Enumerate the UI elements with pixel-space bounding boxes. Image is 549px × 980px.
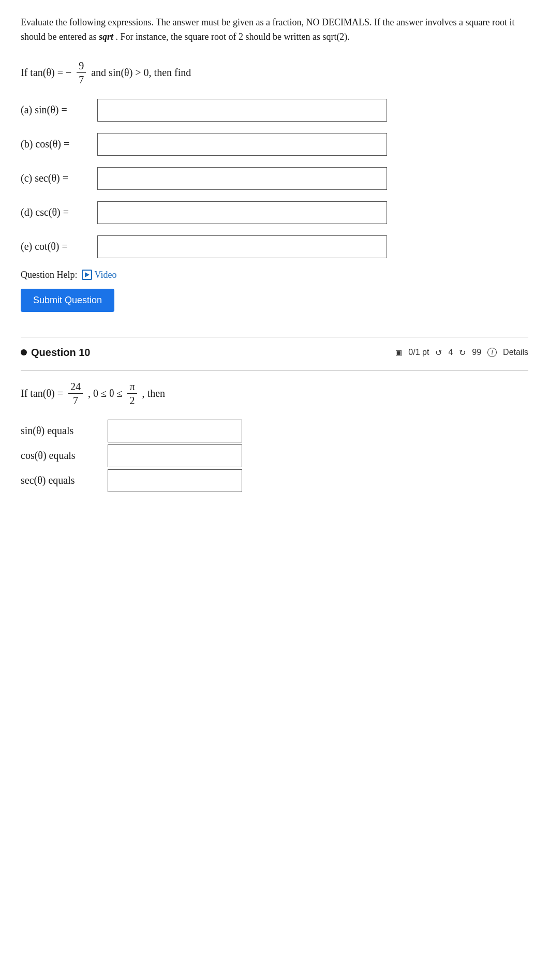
q10-pi-fraction: π 2	[127, 380, 137, 407]
q10-details[interactable]: Details	[503, 348, 528, 357]
video-icon	[82, 270, 92, 280]
video-label: Video	[95, 270, 117, 280]
q9-part-c-label: (c) sec(θ) =	[21, 172, 93, 184]
q10-cos-input[interactable]	[108, 444, 242, 467]
q10-sin-label: sin(θ) equals	[21, 425, 103, 437]
q9-part-b-row: (b) cos(θ) =	[21, 133, 528, 156]
bullet-dot	[21, 349, 27, 355]
q9-part-e-row: (e) cot(θ) =	[21, 235, 528, 258]
q9-part-a-label: (a) sin(θ) =	[21, 104, 93, 116]
q10-title: Question 10	[21, 347, 90, 359]
q9-suffix: and sin(θ) > 0, then find	[91, 64, 191, 81]
q10-pi-den: 2	[128, 394, 137, 407]
q9-fraction: 9 7	[77, 59, 86, 86]
q9-part-b-label: (b) cos(θ) =	[21, 138, 93, 150]
question-help: Question Help: Video	[21, 270, 528, 280]
q10-top-divider	[21, 370, 528, 370]
q9-prefix: If tan(θ) = −	[21, 64, 71, 81]
q10-title-text: Question 10	[31, 347, 90, 359]
q9-part-d-label: (d) csc(θ) =	[21, 206, 93, 218]
undo-icon: ↺	[435, 348, 442, 358]
help-label: Question Help:	[21, 270, 78, 280]
q10-sec-label: sec(θ) equals	[21, 474, 103, 486]
video-link[interactable]: Video	[82, 270, 117, 280]
refresh-icon: ↻	[459, 348, 466, 358]
q10-suffix: , then	[142, 385, 165, 402]
q10-prefix: If tan(θ) =	[21, 385, 63, 402]
q9-sin-input[interactable]	[97, 99, 387, 122]
section-divider	[21, 337, 528, 337]
q9-part-d-row: (d) csc(θ) =	[21, 201, 528, 224]
q10-refresh: 99	[472, 348, 481, 357]
q9-part-c-row: (c) sec(θ) =	[21, 167, 528, 190]
q9-numerator: 9	[77, 59, 86, 73]
q10-sec-row: sec(θ) equals	[21, 469, 528, 492]
q10-numerator: 24	[68, 380, 83, 394]
q10-middle: , 0 ≤ θ ≤	[88, 385, 123, 402]
q9-denominator: 7	[77, 73, 86, 86]
q10-score: 0/1 pt	[408, 348, 429, 357]
q9-csc-input[interactable]	[97, 201, 387, 224]
check-icon: ▣	[395, 348, 402, 357]
q10-undo: 4	[448, 348, 453, 357]
q10-cos-row: cos(θ) equals	[21, 444, 528, 467]
q10-denominator: 7	[71, 394, 80, 407]
q10-header: Question 10 ▣ 0/1 pt ↺ 4 ↻ 99 i Details	[21, 347, 528, 361]
italic-sqrt: sqrt	[99, 32, 113, 42]
q10-sin-row: sin(θ) equals	[21, 420, 528, 442]
q10-cos-label: cos(θ) equals	[21, 450, 103, 462]
info-icon[interactable]: i	[487, 348, 497, 357]
q10-pi-num: π	[127, 380, 137, 394]
q10-sin-input[interactable]	[108, 420, 242, 442]
q10-meta: ▣ 0/1 pt ↺ 4 ↻ 99 i Details	[395, 348, 528, 358]
q9-part-a-row: (a) sin(θ) =	[21, 99, 528, 122]
submit-question-button[interactable]: Submit Question	[21, 289, 114, 312]
q10-fraction: 24 7	[68, 380, 83, 407]
q9-cos-input[interactable]	[97, 133, 387, 156]
q9-cot-input[interactable]	[97, 235, 387, 258]
q10-problem-statement: If tan(θ) = 24 7 , 0 ≤ θ ≤ π 2 , then	[21, 380, 528, 407]
q9-sec-input[interactable]	[97, 167, 387, 190]
q10-sec-input[interactable]	[108, 469, 242, 492]
q9-problem-statement: If tan(θ) = − 9 7 and sin(θ) > 0, then f…	[21, 59, 528, 86]
instructions: Evaluate the following expressions. The …	[21, 16, 528, 44]
q9-part-e-label: (e) cot(θ) =	[21, 241, 93, 253]
play-triangle	[85, 272, 90, 277]
